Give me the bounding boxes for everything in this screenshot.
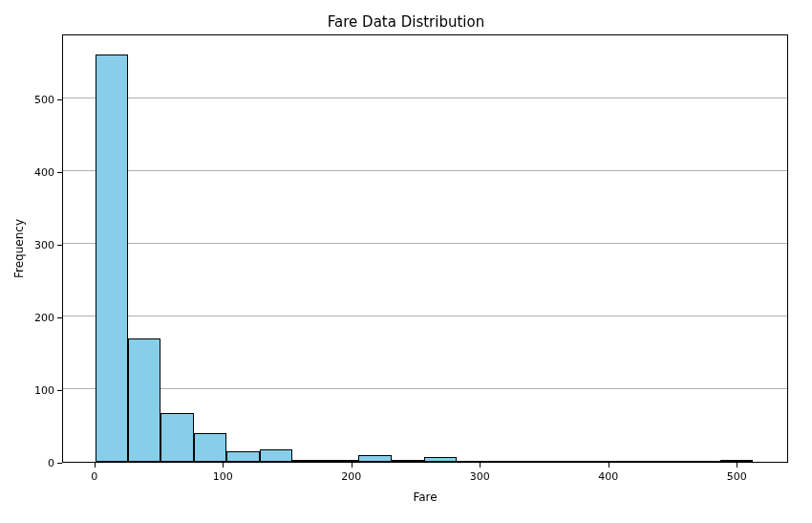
x-tick-mark <box>480 463 481 468</box>
y-tick-mark <box>57 463 62 464</box>
chart-title: Fare Data Distribution <box>0 13 812 31</box>
gridline <box>63 98 787 98</box>
histogram-bar <box>588 461 621 462</box>
histogram-bar <box>654 461 687 462</box>
gridline <box>63 388 787 389</box>
y-tick-label: 400 <box>34 166 54 179</box>
y-tick-label: 300 <box>34 239 54 251</box>
histogram-bar <box>292 460 325 462</box>
plot-area <box>62 34 788 463</box>
histogram-bar <box>424 457 457 462</box>
y-tick-label: 200 <box>34 312 54 324</box>
gridline <box>63 170 787 171</box>
histogram-bar <box>194 433 226 462</box>
x-axis-label: Fare <box>413 490 437 504</box>
gridline <box>63 243 787 244</box>
x-tick-mark <box>609 463 609 468</box>
y-tick-label: 100 <box>34 384 54 397</box>
x-tick-label: 200 <box>341 470 361 483</box>
x-tick-mark <box>95 463 96 468</box>
y-tick-mark <box>57 99 62 100</box>
histogram-bar <box>160 413 193 462</box>
histogram-bar <box>260 449 292 462</box>
histogram-bar <box>358 455 391 462</box>
x-tick-label: 100 <box>213 470 233 483</box>
x-tick-label: 400 <box>598 470 618 483</box>
x-tick-label: 500 <box>727 470 747 483</box>
y-axis-label: Frequency <box>12 219 26 278</box>
y-tick-mark <box>57 172 62 173</box>
histogram-bar <box>490 461 523 462</box>
histogram-bar <box>96 54 128 462</box>
histogram-bar <box>392 460 424 462</box>
y-tick-label: 500 <box>34 94 54 106</box>
histogram-bar <box>326 460 358 462</box>
x-tick-mark <box>737 463 737 468</box>
x-tick-mark <box>352 463 353 468</box>
y-tick-mark <box>57 245 62 246</box>
chart-container: Fare Data Distribution Fare Frequency 01… <box>0 0 812 523</box>
histogram-bar <box>720 460 753 462</box>
histogram-bar <box>687 461 719 462</box>
histogram-bar <box>128 338 160 462</box>
histogram-bar <box>226 451 259 462</box>
histogram-bar <box>622 461 654 462</box>
y-tick-mark <box>57 390 62 391</box>
y-tick-mark <box>57 317 62 318</box>
x-tick-label: 300 <box>470 470 490 483</box>
x-tick-label: 0 <box>91 470 97 483</box>
histogram-bar <box>457 461 489 462</box>
y-tick-label: 0 <box>48 457 54 469</box>
x-tick-mark <box>223 463 224 468</box>
histogram-bar <box>556 461 588 462</box>
histogram-bar <box>523 461 555 462</box>
gridline <box>63 316 787 316</box>
